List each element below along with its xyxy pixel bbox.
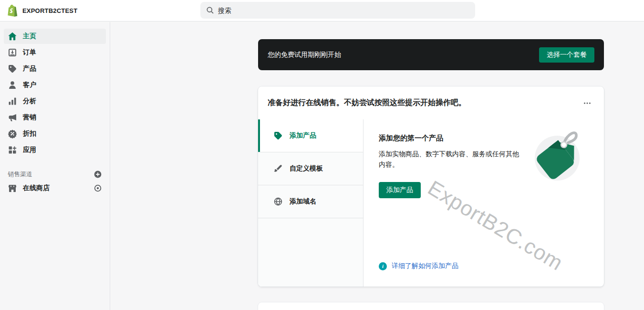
sidebar-item-analytics[interactable]: 分析 bbox=[4, 94, 106, 109]
home-icon bbox=[8, 32, 17, 41]
trial-banner: 您的免费试用期刚刚开始 选择一个套餐 bbox=[258, 39, 604, 70]
discounts-icon bbox=[8, 129, 17, 139]
main-area: 您的免费试用期刚刚开始 选择一个套餐 准备好进行在线销售。不妨尝试按照这些提示开… bbox=[110, 0, 644, 310]
sidebar-item-label: 在线商店 bbox=[23, 184, 50, 192]
marketing-icon bbox=[8, 113, 17, 122]
tag-icon bbox=[273, 131, 283, 140]
view-icon[interactable] bbox=[93, 184, 102, 192]
tab-customize-theme[interactable]: 自定义模板 bbox=[258, 152, 363, 185]
sidebar-item-label: 订单 bbox=[23, 48, 36, 57]
sidebar-item-label: 营销 bbox=[23, 113, 36, 122]
sidebar-item-label: 应用 bbox=[23, 146, 36, 154]
tab-label: 添加域名 bbox=[290, 197, 316, 206]
setup-tab-list: 添加产品 自定义模板 添加域名 bbox=[258, 119, 364, 287]
setup-card-header: 准备好进行在线销售。不妨尝试按照这些提示开始操作吧。 bbox=[258, 86, 604, 119]
trial-banner-message: 您的免费试用期刚刚开始 bbox=[268, 51, 341, 59]
sidebar: 主页 订单 产品 客户 分析 营销 bbox=[0, 22, 110, 310]
sidebar-item-label: 产品 bbox=[23, 64, 36, 73]
setup-card-title: 准备好进行在线销售。不妨尝试按照这些提示开始操作吧。 bbox=[268, 98, 580, 108]
store-brand[interactable]: EXPORTB2CTEST bbox=[0, 4, 77, 17]
apps-icon bbox=[8, 145, 17, 155]
orders-icon bbox=[8, 48, 17, 57]
sidebar-item-marketing[interactable]: 营销 bbox=[4, 110, 106, 125]
sales-channels-header: 销售渠道 bbox=[0, 168, 110, 181]
sidebar-item-products[interactable]: 产品 bbox=[4, 61, 106, 76]
info-icon: i bbox=[379, 262, 387, 270]
sidebar-item-label: 客户 bbox=[23, 81, 36, 89]
tab-add-domain[interactable]: 添加域名 bbox=[258, 185, 363, 218]
storefront-icon bbox=[8, 183, 17, 193]
setup-guide-card: 准备好进行在线销售。不妨尝试按照这些提示开始操作吧。 添加产品 bbox=[258, 86, 604, 287]
panel-description: 添加实物商品、数字下载内容、服务或任何其他内容。 bbox=[379, 149, 522, 170]
sales-channels-label: 销售渠道 bbox=[8, 170, 32, 179]
next-card-partial bbox=[258, 302, 604, 310]
topbar: EXPORTB2CTEST bbox=[0, 0, 644, 21]
shopify-logo-icon bbox=[7, 4, 18, 17]
sidebar-item-home[interactable]: 主页 bbox=[4, 29, 106, 44]
sidebar-item-apps[interactable]: 应用 bbox=[4, 142, 106, 158]
sidebar-item-customers[interactable]: 客户 bbox=[4, 77, 106, 93]
tab-label: 自定义模板 bbox=[290, 164, 323, 173]
plus-circle-icon[interactable] bbox=[93, 170, 102, 179]
search-icon bbox=[206, 6, 214, 14]
choose-plan-button[interactable]: 选择一个套餐 bbox=[539, 47, 594, 63]
brush-icon bbox=[273, 164, 283, 173]
globe-icon bbox=[273, 197, 283, 206]
learn-more-link[interactable]: 详细了解如何添加产品 bbox=[392, 262, 458, 270]
sidebar-item-label: 折扣 bbox=[23, 129, 36, 138]
store-name: EXPORTB2CTEST bbox=[22, 7, 77, 14]
sidebar-item-discounts[interactable]: 折扣 bbox=[4, 126, 106, 141]
products-icon bbox=[8, 64, 17, 74]
customers-icon bbox=[8, 80, 17, 90]
sidebar-item-orders[interactable]: 订单 bbox=[4, 45, 106, 60]
horizontal-dots-icon[interactable] bbox=[580, 97, 594, 109]
add-product-button[interactable]: 添加产品 bbox=[379, 182, 421, 198]
tab-list-filler bbox=[258, 218, 363, 287]
watermark-text: ExportB2C.com bbox=[424, 176, 567, 275]
search-input[interactable] bbox=[218, 7, 469, 14]
tab-add-product[interactable]: 添加产品 bbox=[258, 119, 363, 152]
panel-heading: 添加您的第一个产品 bbox=[379, 134, 592, 143]
setup-panel: 添加您的第一个产品 添加实物商品、数字下载内容、服务或任何其他内容。 添加产品 … bbox=[364, 119, 604, 287]
sidebar-item-label: 分析 bbox=[23, 97, 36, 106]
global-search[interactable] bbox=[200, 2, 475, 19]
analytics-icon bbox=[8, 96, 17, 106]
learn-more-row: i 详细了解如何添加产品 bbox=[379, 262, 458, 270]
sidebar-item-label: 主页 bbox=[23, 32, 36, 41]
sidebar-item-online-store[interactable]: 在线商店 bbox=[4, 181, 106, 196]
tab-label: 添加产品 bbox=[290, 131, 316, 140]
